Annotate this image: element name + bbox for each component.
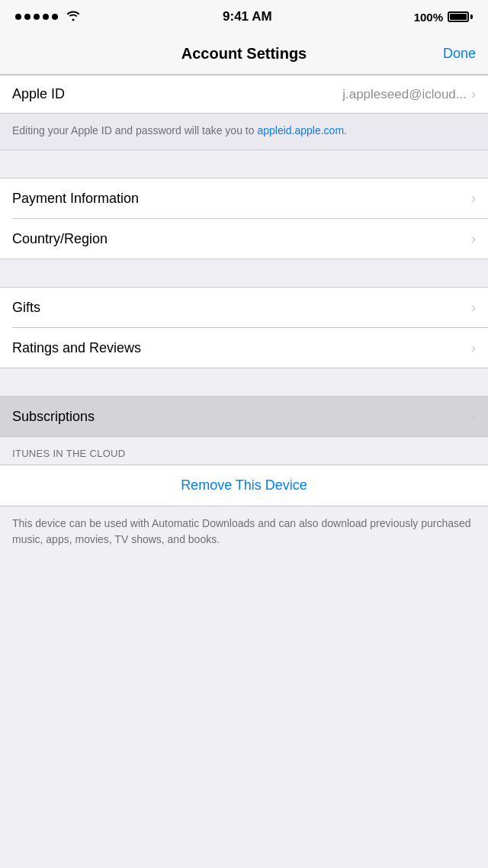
- gifts-row[interactable]: Gifts ›: [0, 288, 488, 327]
- apple-id-info-text: Editing your Apple ID and password will …: [12, 124, 347, 137]
- payment-chevron-icon: ›: [471, 191, 476, 207]
- apple-id-value-wrap: j.appleseed@icloud... ›: [342, 86, 476, 102]
- subscriptions-section: Subscriptions ›: [0, 396, 488, 437]
- gifts-ratings-section: Gifts › Ratings and Reviews ›: [0, 287, 488, 368]
- signal-dot-4: [43, 14, 49, 20]
- payment-label: Payment Information: [12, 191, 139, 207]
- done-button[interactable]: Done: [443, 43, 476, 65]
- itunes-section-header: iTunes in the Cloud: [0, 437, 488, 465]
- country-label: Country/Region: [12, 231, 108, 247]
- section-divider-1: [0, 150, 488, 178]
- itunes-header-text: iTunes in the Cloud: [12, 448, 125, 459]
- signal-dots: [15, 14, 58, 20]
- ratings-row[interactable]: Ratings and Reviews ›: [0, 328, 488, 368]
- status-bar: 9:41 AM 100%: [0, 0, 488, 34]
- subscriptions-row[interactable]: Subscriptions ›: [0, 397, 488, 436]
- payment-row[interactable]: Payment Information ›: [0, 178, 488, 218]
- gifts-label: Gifts: [12, 300, 40, 316]
- section-divider-2: [0, 259, 488, 287]
- country-row[interactable]: Country/Region ›: [0, 219, 488, 259]
- subscriptions-label: Subscriptions: [12, 409, 95, 425]
- signal-dot-2: [24, 14, 30, 20]
- chevron-icon: ›: [471, 86, 476, 102]
- signal-dot-1: [15, 14, 21, 20]
- device-info-section: This device can be used with Automatic D…: [0, 506, 488, 560]
- status-right: 100%: [414, 11, 473, 24]
- apple-id-section: Apple ID j.appleseed@icloud... › Editing…: [0, 75, 488, 150]
- signal-dot-5: [52, 14, 58, 20]
- apple-id-value: j.appleseed@icloud...: [342, 87, 467, 102]
- country-chevron-icon: ›: [471, 231, 476, 247]
- appleid-link[interactable]: appleid.apple.com: [257, 124, 344, 137]
- status-time: 9:41 AM: [223, 9, 272, 24]
- battery-percentage: 100%: [414, 11, 443, 24]
- subscriptions-chevron-icon: ›: [471, 409, 476, 425]
- gifts-chevron-icon: ›: [471, 300, 476, 316]
- apple-id-info: Editing your Apple ID and password will …: [0, 113, 488, 149]
- ratings-label: Ratings and Reviews: [12, 340, 141, 356]
- apple-id-row[interactable]: Apple ID j.appleseed@icloud... ›: [0, 76, 488, 113]
- remove-device-label: Remove This Device: [181, 477, 307, 493]
- status-left: [15, 9, 81, 25]
- battery-icon: [448, 11, 473, 22]
- signal-dot-3: [34, 14, 40, 20]
- section-divider-3: [0, 368, 488, 396]
- nav-title: Account Settings: [181, 45, 307, 63]
- device-info-text: This device can be used with Automatic D…: [12, 517, 471, 545]
- apple-id-label: Apple ID: [12, 86, 65, 102]
- wifi-icon: [66, 9, 81, 25]
- ratings-chevron-icon: ›: [471, 340, 476, 356]
- nav-bar: Account Settings Done: [0, 34, 488, 75]
- remove-device-row[interactable]: Remove This Device: [0, 465, 488, 506]
- payment-country-section: Payment Information › Country/Region ›: [0, 178, 488, 259]
